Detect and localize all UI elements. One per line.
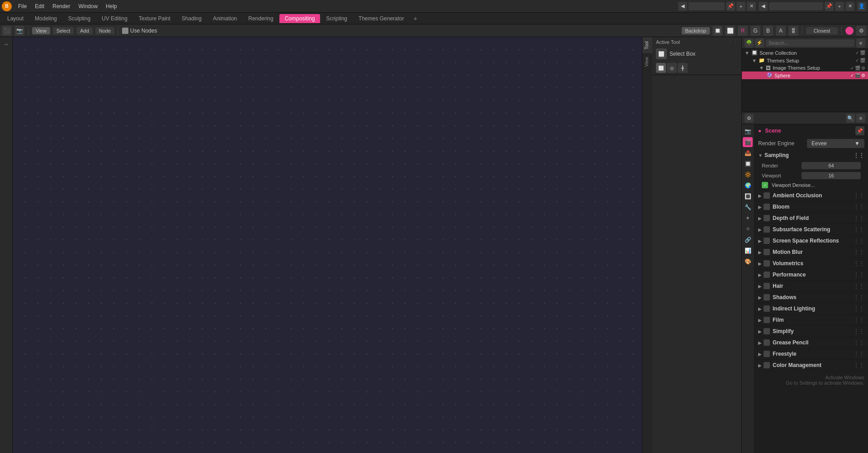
section-header-14[interactable]: ▶ Freestyle ⋮⋮: [755, 348, 868, 359]
editor-type-btn[interactable]: ⬛: [2, 26, 12, 36]
props-constraints-icon[interactable]: 🔗: [743, 235, 753, 245]
render-type-btn[interactable]: 📷: [14, 26, 24, 36]
section-header-10[interactable]: ▶ Indirect Lighting ⋮⋮: [755, 303, 868, 314]
props-btn[interactable]: ⚙: [856, 26, 866, 36]
node-btn[interactable]: Node: [95, 27, 114, 34]
props-physics-icon[interactable]: ⚛: [743, 224, 753, 234]
backdrop-icon6[interactable]: A: [776, 26, 786, 36]
menu-help[interactable]: Help: [102, 2, 121, 10]
tab-uv-editing[interactable]: UV Editing: [96, 14, 133, 23]
tool-move[interactable]: ↔: [1, 39, 11, 49]
props-view-layer-icon[interactable]: 🔲: [743, 159, 753, 169]
view-layer-input[interactable]: View Layer: [769, 2, 823, 10]
menu-window[interactable]: Window: [75, 2, 101, 10]
section-header-15[interactable]: ▶ Color Management ⋮⋮: [755, 360, 868, 371]
props-search[interactable]: 🔍: [846, 114, 855, 123]
viewlayer-add[interactable]: +: [835, 2, 844, 11]
section-checkbox-11[interactable]: [764, 317, 770, 323]
section-checkbox-10[interactable]: [764, 305, 770, 312]
mode-btn-2[interactable]: ◎: [667, 63, 677, 73]
section-header-5[interactable]: ▶ Motion Blur ⋮⋮: [755, 247, 868, 257]
section-header-11[interactable]: ▶ Film ⋮⋮: [755, 315, 868, 325]
backdrop-icon3[interactable]: R: [738, 26, 748, 36]
section-checkbox-15[interactable]: [764, 362, 770, 368]
section-header-9[interactable]: ▶ Shadows ⋮⋮: [755, 292, 868, 303]
section-checkbox-0[interactable]: [764, 192, 770, 199]
section-header-13[interactable]: ▶ Grease Pencil ⋮⋮: [755, 337, 868, 348]
viewlayer-remove[interactable]: ✕: [845, 2, 854, 11]
use-nodes-checkbox[interactable]: [122, 28, 128, 34]
tab-modeling[interactable]: Modeling: [29, 14, 62, 23]
outliner-scene-collection[interactable]: ▼ 🔲 Scene Collection ✓ 🎬: [742, 49, 868, 57]
props-world-icon[interactable]: 🌍: [743, 181, 753, 191]
vis-icon[interactable]: ✓: [855, 50, 859, 55]
outliner-themes-setup[interactable]: ▼ 📁 Themes Setup ✓ 🎬: [742, 57, 868, 64]
menu-file[interactable]: File: [14, 2, 30, 10]
props-particles-icon[interactable]: ✦: [743, 213, 753, 223]
outliner-search[interactable]: [766, 39, 854, 47]
use-nodes-toggle[interactable]: Use Nodes: [122, 28, 157, 34]
add-workspace-tab[interactable]: +: [410, 14, 421, 23]
section-header-3[interactable]: ▶ Subsurface Scattering ⋮⋮: [755, 224, 868, 235]
section-header-6[interactable]: ▶ Volumetrics ⋮⋮: [755, 258, 868, 269]
viewport-denoise-checkbox[interactable]: ✓: [762, 182, 768, 188]
backdrop-icon1[interactable]: 🔲: [712, 26, 722, 36]
section-checkbox-13[interactable]: [764, 339, 770, 346]
section-checkbox-6[interactable]: [764, 260, 770, 267]
mode-btn-3[interactable]: ╋: [678, 63, 688, 73]
section-header-7[interactable]: ▶ Performance ⋮⋮: [755, 269, 868, 280]
backdrop-icon4[interactable]: G: [750, 26, 760, 36]
section-checkbox-1[interactable]: [764, 204, 770, 210]
props-filter[interactable]: ≡: [856, 114, 865, 123]
backdrop-btn[interactable]: Backdrop: [682, 27, 710, 34]
outliner-image-themes-setup[interactable]: ▼ 🖼 Image Themes Setup ✓ 🎬 ⚙: [742, 64, 868, 72]
tab-texture-paint[interactable]: Texture Paint: [133, 14, 176, 23]
props-material-icon[interactable]: 🎨: [743, 257, 753, 267]
backdrop-icon7[interactable]: 🎛: [788, 26, 798, 36]
tab-layout[interactable]: Layout: [2, 14, 29, 23]
props-pin[interactable]: 📌: [855, 126, 864, 135]
color-indicator[interactable]: [845, 27, 854, 35]
filter-btn[interactable]: ⚡: [755, 38, 764, 48]
section-checkbox-5[interactable]: [764, 249, 770, 255]
section-header-8[interactable]: ▶ Hair ⋮⋮: [755, 281, 868, 291]
menu-edit[interactable]: Edit: [31, 2, 48, 10]
props-object-icon[interactable]: 🔳: [743, 191, 753, 201]
sampling-header[interactable]: ▼ Sampling ⋮⋮: [755, 150, 868, 161]
menu-render[interactable]: Render: [49, 2, 74, 10]
tab-sculpting[interactable]: Sculpting: [63, 14, 96, 23]
tab-themes-generator[interactable]: Themes Generator: [353, 14, 410, 23]
tab-shading[interactable]: Shading: [176, 14, 207, 23]
section-checkbox-12[interactable]: [764, 328, 770, 334]
props-modifier-icon[interactable]: 🔧: [743, 202, 753, 212]
blender-logo[interactable]: B: [2, 1, 12, 11]
n-panel-tab-tool[interactable]: Tool: [642, 37, 652, 53]
section-checkbox-8[interactable]: [764, 283, 770, 289]
section-checkbox-7[interactable]: [764, 272, 770, 278]
scene-add[interactable]: +: [736, 2, 745, 11]
tab-animation[interactable]: Animation: [208, 14, 242, 23]
tab-rendering[interactable]: Rendering: [243, 14, 278, 23]
props-editor-type[interactable]: ⚙: [745, 114, 754, 123]
section-checkbox-9[interactable]: [764, 294, 770, 300]
mode-btn-1[interactable]: ⬜: [656, 63, 666, 73]
section-header-12[interactable]: ▶ Simplify ⋮⋮: [755, 326, 868, 337]
tab-compositing[interactable]: Compositing: [279, 14, 321, 23]
scene-remove[interactable]: ✕: [747, 2, 756, 11]
props-output-icon[interactable]: 📤: [743, 148, 753, 158]
section-checkbox-3[interactable]: [764, 226, 770, 233]
props-render-settings-icon[interactable]: 🎬: [743, 137, 753, 147]
section-header-4[interactable]: ▶ Screen Space Reflections ⋮⋮: [755, 235, 868, 246]
scene-pin[interactable]: 📌: [726, 2, 735, 11]
props-render-icon[interactable]: 📷: [743, 126, 753, 136]
section-header-2[interactable]: ▶ Depth of Field ⋮⋮: [755, 213, 868, 224]
select-box-icon[interactable]: ⬜: [656, 48, 667, 59]
viewport-value[interactable]: 16: [802, 172, 861, 179]
props-scene-icon[interactable]: 🔆: [743, 170, 753, 180]
outliner-type-btn[interactable]: 🌳: [745, 38, 754, 48]
section-header-0[interactable]: ▶ Ambient Occlusion ⋮⋮: [755, 190, 868, 201]
node-canvas[interactable]: [13, 37, 642, 453]
outliner-filter-icon[interactable]: ≡: [856, 38, 865, 48]
scene-name-input[interactable]: Scene: [689, 2, 725, 10]
select-btn[interactable]: Select: [53, 27, 74, 34]
